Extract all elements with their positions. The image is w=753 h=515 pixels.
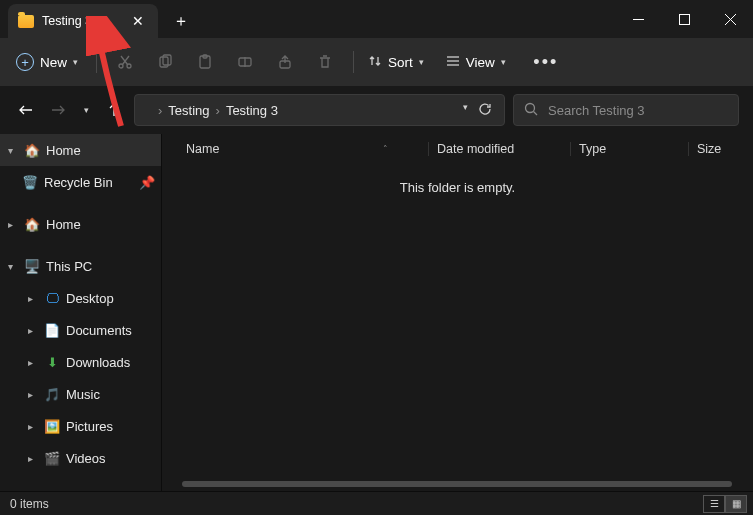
sort-label: Sort [388,55,413,70]
chevron-down-icon[interactable]: ▾ [463,102,468,119]
toolbar-separator [353,51,354,73]
tree-label: Pictures [66,419,113,434]
view-label: View [466,55,495,70]
tree-documents[interactable]: ▸ 📄 Documents [0,314,161,346]
tree-label: Videos [66,451,106,466]
new-tab-button[interactable]: ＋ [164,4,198,38]
paste-button[interactable] [187,44,223,80]
column-name[interactable]: Name ˄ [186,142,428,156]
desktop-icon: 🖵 [44,290,60,306]
chevron-right-icon: ▸ [22,389,38,400]
search-input[interactable] [548,103,728,118]
chevron-right-icon: ▸ [22,421,38,432]
view-icon [446,54,460,71]
music-icon: 🎵 [44,386,60,402]
forward-button[interactable] [46,90,70,130]
tree-videos[interactable]: ▸ 🎬 Videos [0,442,161,474]
chevron-down-icon: ▾ [501,57,506,67]
tree-desktop[interactable]: ▸ 🖵 Desktop [0,282,161,314]
maximize-button[interactable] [661,0,707,38]
chevron-right-icon: › [158,103,162,118]
chevron-right-icon: › [216,103,220,118]
folder-icon [18,15,34,28]
refresh-button[interactable] [478,102,492,119]
tab-close-button[interactable]: ✕ [128,11,148,31]
search-bar[interactable] [513,94,739,126]
chevron-down-icon: ▾ [419,57,424,67]
tree-recycle-bin[interactable]: 🗑️ Recycle Bin 📌 [0,166,161,198]
tree-downloads[interactable]: ▸ ⬇ Downloads [0,346,161,378]
main-area: ▾ 🏠 Home 🗑️ Recycle Bin 📌 ▸ 🏠 Home ▾ 🖥️ … [0,134,753,491]
new-button[interactable]: + New ▾ [10,48,86,76]
close-button[interactable] [707,0,753,38]
tree-home2[interactable]: ▸ 🏠 Home [0,208,161,240]
search-icon [524,102,538,119]
tree-label: Home [46,217,81,232]
grid-view-button[interactable]: ▦ [725,495,747,513]
address-row: ▾ › Testing › Testing 3 ▾ [0,86,753,134]
chevron-right-icon: ▸ [22,453,38,464]
breadcrumb-testing[interactable]: Testing [164,103,213,118]
svg-point-5 [127,64,131,68]
tree-label: Music [66,387,100,402]
toolbar-separator [96,51,97,73]
new-label: New [40,55,67,70]
tree-home[interactable]: ▾ 🏠 Home [0,134,161,166]
tree-music[interactable]: ▸ 🎵 Music [0,378,161,410]
documents-icon: 📄 [44,322,60,338]
home-icon: 🏠 [24,142,40,158]
back-button[interactable] [14,90,38,130]
chevron-right-icon: ▸ [22,357,38,368]
tree-this-pc[interactable]: ▾ 🖥️ This PC [0,250,161,282]
scrollbar-thumb[interactable] [182,481,732,487]
plus-icon: + [16,53,34,71]
chevron-down-icon: ▾ [2,261,18,272]
svg-point-18 [526,103,535,112]
status-item-count: 0 items [10,497,49,511]
home-icon: 🏠 [24,216,40,232]
recent-dropdown[interactable]: ▾ [78,90,94,130]
recycle-icon: 🗑️ [22,174,38,190]
tree-pictures[interactable]: ▸ 🖼️ Pictures [0,410,161,442]
details-view-button[interactable]: ☰ [703,495,725,513]
tree-label: Documents [66,323,132,338]
column-type[interactable]: Type [570,142,688,156]
up-button[interactable] [102,90,126,130]
toolbar: + New ▾ Sort [0,38,753,86]
chevron-right-icon: ▸ [2,219,18,230]
folder-icon [141,104,156,116]
more-button[interactable]: ••• [528,44,564,80]
tree-label: Home [46,143,81,158]
content-area: Name ˄ Date modified Type Size This fold… [162,134,753,491]
horizontal-scrollbar[interactable] [162,477,753,491]
cut-button[interactable] [107,44,143,80]
navigation-pane[interactable]: ▾ 🏠 Home 🗑️ Recycle Bin 📌 ▸ 🏠 Home ▾ 🖥️ … [0,134,162,491]
delete-button[interactable] [307,44,343,80]
tree-label: Recycle Bin [44,175,113,190]
minimize-button[interactable] [615,0,661,38]
copy-button[interactable] [147,44,183,80]
sort-button[interactable]: Sort ▾ [364,49,428,76]
breadcrumb-testing3[interactable]: Testing 3 [222,103,282,118]
chevron-right-icon: ▸ [22,293,38,304]
svg-point-4 [119,64,123,68]
column-date[interactable]: Date modified [428,142,570,156]
status-bar: 0 items ☰ ▦ [0,491,753,515]
tab-testing3[interactable]: Testing 3 ✕ [8,4,158,38]
address-bar[interactable]: › Testing › Testing 3 ▾ [134,94,505,126]
column-size[interactable]: Size [688,142,721,156]
window-controls [615,0,753,38]
view-button[interactable]: View ▾ [442,49,510,76]
downloads-icon: ⬇ [44,354,60,370]
chevron-down-icon: ▾ [2,145,18,156]
tree-label: This PC [46,259,92,274]
svg-line-19 [534,111,538,115]
tree-label: Downloads [66,355,130,370]
pin-icon: 📌 [139,175,155,190]
rename-button[interactable] [227,44,263,80]
column-headers: Name ˄ Date modified Type Size [162,134,753,164]
share-button[interactable] [267,44,303,80]
chevron-right-icon: ▸ [22,325,38,336]
pictures-icon: 🖼️ [44,418,60,434]
sort-indicator-icon: ˄ [383,144,428,154]
